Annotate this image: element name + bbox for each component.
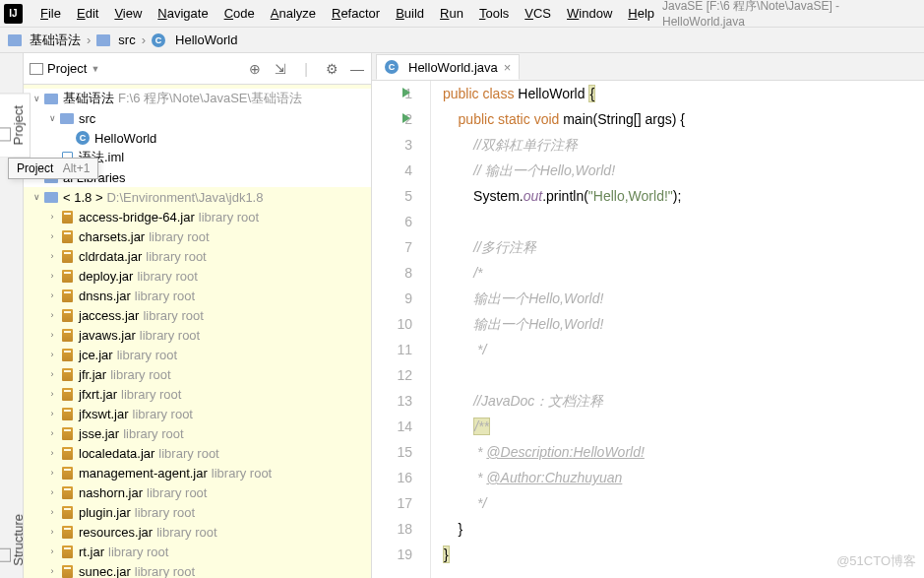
tree-node[interactable]: ›management-agent.jar library root [24, 463, 371, 482]
gutter-line[interactable]: 2 [372, 106, 412, 132]
tree-arrow-icon[interactable]: › [45, 271, 59, 281]
menu-refactor[interactable]: Refactor [324, 6, 388, 21]
tree-arrow-icon[interactable]: ∨ [30, 94, 43, 103]
tree-node[interactable]: ›jfxrt.jar library root [24, 384, 371, 404]
tree-node[interactable]: ›jfr.jar library root [24, 364, 371, 384]
gutter-line[interactable]: 19 [372, 542, 412, 567]
tree-node[interactable]: ›jfxswt.jar library root [24, 404, 371, 423]
code-line[interactable]: //JavaDoc：文档注释 [443, 388, 924, 414]
tree-arrow-icon[interactable]: › [45, 212, 59, 222]
code-line[interactable]: * @Description:HelloWorld! [443, 439, 924, 465]
tree-arrow-icon[interactable]: › [45, 310, 59, 320]
tree-arrow-icon[interactable]: › [45, 448, 59, 458]
close-icon[interactable]: × [504, 60, 512, 75]
code-line[interactable]: /* [443, 260, 924, 286]
menu-help[interactable]: Help [620, 6, 662, 21]
tree-node[interactable]: ›localedata.jar library root [24, 443, 371, 463]
gutter-line[interactable]: 9 [372, 286, 412, 311]
gutter-line[interactable]: 18 [372, 516, 412, 542]
gutter-line[interactable]: 8 [372, 260, 412, 286]
tree-arrow-icon[interactable]: › [45, 428, 59, 438]
menu-window[interactable]: Window [559, 6, 620, 21]
code-area[interactable]: public class HelloWorld { public static … [431, 81, 924, 578]
code-line[interactable]: public class HelloWorld { [443, 81, 924, 106]
tree-arrow-icon[interactable]: ∨ [30, 192, 43, 202]
gutter-line[interactable]: 14 [372, 414, 412, 439]
tree-arrow-icon[interactable]: › [45, 290, 59, 300]
gutter-line[interactable]: 4 [372, 158, 412, 183]
tree-arrow-icon[interactable]: › [45, 251, 59, 261]
tree-node[interactable]: ›deploy.jar library root [24, 266, 371, 286]
tree-node[interactable]: ›charsets.jar library root [24, 226, 371, 246]
tree-arrow-icon[interactable]: › [45, 389, 59, 399]
tree-node[interactable]: ∨< 1.8 > D:\Environment\Java\jdk1.8 [24, 187, 371, 207]
tree-node[interactable]: ›rt.jar library root [24, 542, 371, 561]
menu-tools[interactable]: Tools [471, 6, 517, 21]
menu-build[interactable]: Build [388, 6, 432, 21]
tree-node[interactable]: ∨src [24, 108, 371, 128]
code-line[interactable]: //双斜杠单行注释 [443, 132, 924, 158]
hide-icon[interactable]: — [349, 61, 365, 77]
code-line[interactable]: 输出一个Hello,World! [443, 286, 924, 311]
tree-arrow-icon[interactable]: › [45, 566, 59, 576]
locate-icon[interactable]: ⊕ [247, 61, 263, 77]
tree-node[interactable]: ›resources.jar library root [24, 522, 371, 542]
breadcrumb-src[interactable]: src [118, 32, 135, 47]
tree-arrow-icon[interactable]: › [45, 468, 59, 478]
tree-node[interactable]: ›cldrdata.jar library root [24, 246, 371, 266]
gutter-line[interactable]: 17 [372, 490, 412, 516]
menu-view[interactable]: View [106, 6, 150, 21]
code-line[interactable]: public static void main(String[] args) { [443, 106, 924, 132]
gutter-line[interactable]: 6 [372, 209, 412, 234]
code-line[interactable]: /** [443, 414, 924, 439]
tree-arrow-icon[interactable]: › [45, 507, 59, 517]
gutter-line[interactable]: 10 [372, 311, 412, 337]
tree-arrow-icon[interactable]: › [45, 369, 59, 379]
menu-analyze[interactable]: Analyze [263, 6, 324, 21]
tree-node[interactable]: ›jsse.jar library root [24, 423, 371, 443]
tree-node[interactable]: ›nashorn.jar library root [24, 482, 371, 502]
menu-file[interactable]: File [32, 6, 69, 21]
tree-arrow-icon[interactable]: › [45, 527, 59, 537]
code-line[interactable]: //多行注释 [443, 234, 924, 260]
tree-node[interactable]: ›sunec.jar library root [24, 561, 371, 578]
gutter[interactable]: 12345678910111213141516171819 [372, 81, 431, 578]
code-line[interactable]: 输出一个Hello,World! [443, 311, 924, 337]
tree-node[interactable]: ›access-bridge-64.jar library root [24, 207, 371, 226]
menu-code[interactable]: Code [216, 6, 263, 21]
code-line[interactable] [443, 209, 924, 234]
code-line[interactable]: // 输出一个Hello,World! [443, 158, 924, 183]
tree-node[interactable]: ›jaccess.jar library root [24, 305, 371, 325]
editor-tab[interactable]: C HelloWorld.java × [376, 54, 520, 80]
panel-title[interactable]: Project ▼ [30, 61, 99, 76]
tree-arrow-icon[interactable]: › [45, 546, 59, 556]
tree-node[interactable]: CHelloWorld [24, 128, 371, 148]
tree-node[interactable]: ∨基础语法 F:\6 程序\Note\JavaSE\基础语法 [24, 89, 371, 108]
menu-edit[interactable]: Edit [69, 6, 106, 21]
tree-node[interactable]: ›jce.jar library root [24, 345, 371, 364]
tree-arrow-icon[interactable]: › [45, 487, 59, 497]
menu-navigate[interactable]: Navigate [150, 6, 216, 21]
code-line[interactable]: System.out.println("Hello,World!"); [443, 183, 924, 209]
breadcrumb-module[interactable]: 基础语法 [30, 32, 81, 49]
code-line[interactable] [443, 362, 924, 388]
tree-arrow-icon[interactable]: › [45, 231, 59, 241]
editor-body[interactable]: 12345678910111213141516171819 public cla… [372, 81, 924, 578]
gutter-line[interactable]: 12 [372, 362, 412, 388]
breadcrumb-class[interactable]: HelloWorld [175, 32, 237, 47]
gutter-line[interactable]: 3 [372, 132, 412, 158]
menu-vcs[interactable]: VCS [517, 6, 559, 21]
tree-arrow-icon[interactable]: › [45, 350, 59, 359]
menu-run[interactable]: Run [432, 6, 471, 21]
tree-arrow-icon[interactable]: ∨ [45, 113, 59, 123]
tree-node[interactable]: ›javaws.jar library root [24, 325, 371, 345]
run-icon[interactable] [402, 113, 410, 123]
tree-arrow-icon[interactable]: › [45, 409, 59, 418]
expand-icon[interactable]: ⇲ [273, 61, 288, 77]
gear-icon[interactable]: ⚙ [324, 61, 339, 77]
gutter-line[interactable]: 11 [372, 337, 412, 362]
code-line[interactable]: */ [443, 490, 924, 516]
rail-tab-structure[interactable]: Structure [0, 502, 30, 578]
gutter-line[interactable]: 7 [372, 234, 412, 260]
tree-node[interactable]: ›plugin.jar library root [24, 502, 371, 522]
